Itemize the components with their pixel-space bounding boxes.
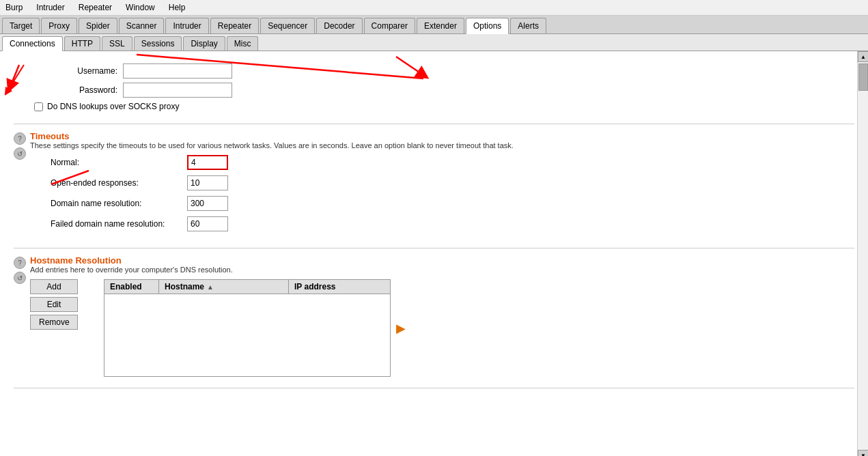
col-header-ip[interactable]: IP address [289,280,390,294]
col-header-enabled[interactable]: Enabled [104,280,159,294]
sub-tab-bar: Connections HTTP SSL Sessions Display Mi… [0,34,868,51]
orange-arrow-icon: ▶ [396,321,406,336]
sub-tab-misc[interactable]: Misc [227,36,259,51]
timeout-normal-input[interactable] [187,155,228,170]
hostname-table: Enabled Hostname ▲ IP address [104,279,391,377]
timeout-dns-row: Domain name resolution: [51,196,854,211]
hostname-reset-icon[interactable]: ↺ [14,272,26,284]
col-hostname-label: Hostname [165,282,204,291]
password-row: Password: [34,83,854,98]
hostname-body: Add Edit Remove Enabled [30,279,854,377]
sub-tab-connections[interactable]: Connections [2,36,63,51]
menu-bar: Burp Intruder Repeater Window Help [0,0,868,16]
username-row: Username: [34,63,854,79]
menu-repeater[interactable]: Repeater [76,1,115,14]
hostname-help-icon[interactable]: ? [14,257,26,269]
hostname-buttons: Add Edit Remove [30,279,78,377]
sub-tab-ssl[interactable]: SSL [102,36,132,51]
menu-burp[interactable]: Burp [3,1,25,14]
dns-checkbox-row: Do DNS lookups over SOCKS proxy [34,102,854,111]
credentials-section: Username: Password: Do DNS lookups over … [14,58,854,124]
sub-tab-sessions[interactable]: Sessions [134,36,182,51]
menu-intruder[interactable]: Intruder [33,1,67,14]
password-label: Password: [34,85,123,95]
timeout-open-ended-input[interactable] [187,175,228,190]
password-input[interactable] [123,83,232,98]
timeout-open-ended-row: Open-ended responses: [51,175,854,190]
col-ip-label: IP address [294,282,335,291]
tab-intruder[interactable]: Intruder [165,18,208,33]
timeouts-section: ? ↺ Timeouts These settings specify the … [14,131,854,248]
scrollbar[interactable]: ▲ ▼ [857,51,868,456]
tab-repeater[interactable]: Repeater [210,18,259,33]
username-input[interactable] [123,63,232,79]
menu-window[interactable]: Window [123,1,158,14]
timeouts-reset-icon[interactable]: ↺ [14,147,26,160]
scroll-thumb[interactable] [858,63,868,91]
timeouts-description: These settings specify the timeouts to b… [30,141,854,149]
timeouts-help-icon[interactable]: ? [14,132,26,145]
timeout-failed-dns-input[interactable] [187,216,228,231]
hostname-resolution-description: Add entries here to override your comput… [30,266,854,274]
menu-help[interactable]: Help [166,1,188,14]
edit-button[interactable]: Edit [30,297,78,312]
timeout-normal-label: Normal: [51,158,187,167]
username-label: Username: [34,66,123,76]
col-enabled-label: Enabled [110,282,142,291]
tab-scanner[interactable]: Scanner [119,18,165,33]
timeout-normal-row: Normal: [51,155,854,170]
timeout-dns-label: Domain name resolution: [51,199,187,208]
add-button[interactable]: Add [30,279,78,294]
tab-proxy[interactable]: Proxy [41,18,77,33]
scroll-up-button[interactable]: ▲ [858,51,868,62]
timeout-dns-input[interactable] [187,196,228,211]
remove-button[interactable]: Remove [30,315,78,330]
tab-comparer[interactable]: Comparer [364,18,415,33]
col-header-hostname[interactable]: Hostname ▲ [159,280,289,294]
tab-spider[interactable]: Spider [79,18,117,33]
tab-target[interactable]: Target [2,18,40,33]
sort-asc-icon: ▲ [207,283,214,291]
sub-tab-http[interactable]: HTTP [64,36,100,51]
dns-checkbox-label: Do DNS lookups over SOCKS proxy [47,102,179,111]
tab-sequencer[interactable]: Sequencer [260,18,315,33]
main-tab-bar: Target Proxy Spider Scanner Intruder Rep… [0,16,868,34]
table-body [104,294,390,376]
tab-decoder[interactable]: Decoder [316,18,362,33]
hostname-resolution-section: ? ↺ Hostname Resolution Add entries here… [14,255,854,388]
sub-tab-display[interactable]: Display [183,36,225,51]
table-header: Enabled Hostname ▲ IP address [104,280,390,294]
timeout-open-ended-label: Open-ended responses: [51,178,187,188]
timeouts-title: Timeouts [30,131,854,141]
scroll-down-button[interactable]: ▼ [858,450,868,456]
content-area: Username: Password: Do DNS lookups over … [0,51,868,456]
timeout-failed-dns-label: Failed domain name resolution: [51,219,187,229]
hostname-resolution-title: Hostname Resolution [30,255,854,266]
timeout-failed-dns-row: Failed domain name resolution: [51,216,854,231]
tab-options[interactable]: Options [466,18,509,34]
dns-checkbox[interactable] [34,102,43,111]
tab-extender[interactable]: Extender [417,18,464,33]
tab-alerts[interactable]: Alerts [510,18,546,33]
